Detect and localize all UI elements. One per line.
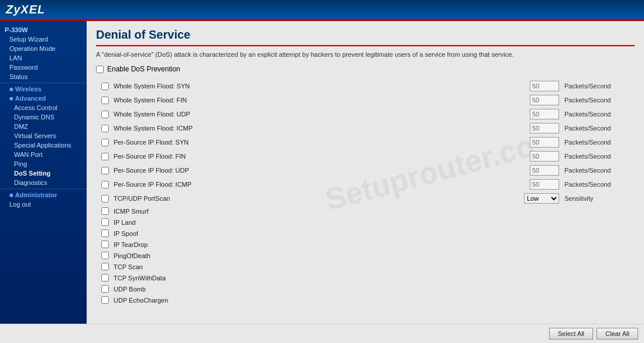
expand-icon-wireless: ■ <box>9 85 13 92</box>
flood-row-1: Whole System Flood: FIN Packets/Second <box>96 93 635 107</box>
flood-row-7: Per-Source IP Flood: ICMP Packets/Second <box>96 177 635 191</box>
flood-checkbox-0[interactable] <box>101 83 109 90</box>
label-icmp-smurf: ICMP Smurf <box>114 208 635 215</box>
check-row-ip-spoof: IP Spoof <box>96 228 635 239</box>
flood-label-0: Whole System Flood: SYN <box>114 83 530 90</box>
label-ip-land: IP Land <box>114 219 635 226</box>
flood-checkbox-3[interactable] <box>101 125 109 132</box>
sidebar-item-dos-setting[interactable]: DoS Setting <box>0 169 87 178</box>
checkbox-tcp-scan[interactable] <box>101 263 109 270</box>
checkbox-ip-teardrop[interactable] <box>101 241 109 248</box>
flood-input-5[interactable] <box>530 151 559 162</box>
flood-checkbox-1[interactable] <box>101 97 109 104</box>
flood-input-3[interactable] <box>530 123 559 133</box>
flood-checkbox-6[interactable] <box>101 167 109 174</box>
sidebar-item-access-control[interactable]: Access Control <box>0 103 87 112</box>
flood-unit-5: Packets/Second <box>564 153 635 160</box>
flood-unit-3: Packets/Second <box>564 125 635 132</box>
checkbox-icmp-smurf[interactable] <box>101 207 109 215</box>
sidebar-item-wan-port[interactable]: WAN Port <box>0 150 87 159</box>
label-tcp-synwithdata: TCP SynWithData <box>114 275 635 282</box>
flood-checkbox-4[interactable] <box>101 139 109 146</box>
flood-label-4: Per-Source IP Flood: SYN <box>114 139 530 146</box>
flood-checkbox-2[interactable] <box>101 111 109 118</box>
flood-input-2[interactable] <box>530 109 559 119</box>
flood-row-5: Per-Source IP Flood: FIN Packets/Second <box>96 149 635 163</box>
enable-dos-row: Enable DoS Prevention <box>96 65 635 73</box>
label-udp-bomb: UDP Bomb <box>114 286 635 293</box>
flood-label-2: Whole System Flood: UDP <box>114 111 530 118</box>
sidebar-item-diagnostics[interactable]: Diagnostics <box>0 178 87 187</box>
flood-input-4[interactable] <box>530 137 559 148</box>
flood-input-7[interactable] <box>530 179 559 190</box>
sidebar-item-status[interactable]: Status <box>0 72 87 81</box>
select-all-button[interactable]: Select All <box>549 328 593 339</box>
label-pingofdeath: PingOfDeath <box>114 252 635 259</box>
checkbox-pingofdeath[interactable] <box>101 252 109 259</box>
page-description: A "denial-of-service" (DoS) attack is ch… <box>96 51 635 58</box>
sidebar-item-virtual-servers[interactable]: Virtual Servers <box>0 131 87 140</box>
flood-label-3: Whole System Flood: ICMP <box>114 125 530 132</box>
page-title: Denial of Service <box>96 28 635 46</box>
sidebar-item-advanced[interactable]: ■Advanced <box>0 94 87 103</box>
sidebar-divider-1 <box>0 83 87 83</box>
settings-table: Whole System Flood: SYN Packets/Second W… <box>96 79 635 306</box>
sidebar-item-wireless[interactable]: ■Wireless <box>0 84 87 94</box>
flood-unit-2: Packets/Second <box>564 111 635 118</box>
sidebar-divider-2 <box>0 188 87 189</box>
checkbox-tcp-synwithdata[interactable] <box>101 274 109 282</box>
top-header: ZyXEL <box>0 0 644 21</box>
portscan-select[interactable]: Low Medium High <box>524 193 559 204</box>
expand-icon-admin: ■ <box>9 191 13 198</box>
enable-dos-checkbox[interactable] <box>96 66 104 73</box>
sidebar-item-lan[interactable]: LAN <box>0 53 87 63</box>
portscan-unit: Sensitivity <box>564 195 635 202</box>
checkbox-udp-echodargen[interactable] <box>101 296 109 304</box>
label-udp-echodargen: UDP EchoChargen <box>114 297 635 304</box>
flood-unit-0: Packets/Second <box>564 83 635 90</box>
check-row-pingofdeath: PingOfDeath <box>96 250 635 261</box>
flood-input-6[interactable] <box>530 165 559 176</box>
checkbox-ip-land[interactable] <box>101 218 109 226</box>
flood-label-5: Per-Source IP Flood: FIN <box>114 153 530 160</box>
sidebar-model: P-330W <box>0 25 87 35</box>
flood-input-1[interactable] <box>530 95 559 105</box>
check-row-tcp-scan: TCP Scan <box>96 261 635 272</box>
flood-unit-6: Packets/Second <box>564 167 635 174</box>
flood-unit-4: Packets/Second <box>564 139 635 146</box>
flood-label-7: Per-Source IP Flood: ICMP <box>114 181 530 188</box>
main-layout: P-330W Setup Wizard Operation Mode LAN P… <box>0 21 644 324</box>
flood-label-6: Per-Source IP Flood: UDP <box>114 167 530 174</box>
portscan-checkbox[interactable] <box>101 195 109 203</box>
sidebar-item-password[interactable]: Password <box>0 63 87 72</box>
flood-unit-1: Packets/Second <box>564 97 635 104</box>
content-inner: Denial of Service A "denial-of-service" … <box>96 28 635 306</box>
check-row-icmp-smurf: ICMP Smurf <box>96 205 635 217</box>
sidebar-item-setup-wizard[interactable]: Setup Wizard <box>0 35 87 44</box>
label-ip-teardrop: IP TearDrop <box>114 241 635 248</box>
enable-dos-label: Enable DoS Prevention <box>107 65 180 73</box>
flood-row-2: Whole System Flood: UDP Packets/Second <box>96 107 635 121</box>
sidebar-item-logout[interactable]: Log out <box>0 200 87 209</box>
flood-row-4: Per-Source IP Flood: SYN Packets/Second <box>96 135 635 149</box>
flood-checkbox-5[interactable] <box>101 153 109 160</box>
clear-all-button[interactable]: Clear All <box>597 328 638 339</box>
flood-input-0[interactable] <box>530 81 559 91</box>
flood-row-0: Whole System Flood: SYN Packets/Second <box>96 79 635 93</box>
flood-checkbox-7[interactable] <box>101 181 109 188</box>
flood-label-1: Whole System Flood: FIN <box>114 97 530 104</box>
flood-unit-7: Packets/Second <box>564 181 635 188</box>
check-row-udp-bomb: UDP Bomb <box>96 283 635 294</box>
sidebar-item-dmz[interactable]: DMZ <box>0 122 87 131</box>
logo: ZyXEL <box>6 3 45 16</box>
portscan-row: TCP/UDP PortScan Low Medium High Sensiti… <box>96 191 635 205</box>
sidebar-item-administrator[interactable]: ■Administrator <box>0 190 87 200</box>
sidebar-item-ping[interactable]: Ping <box>0 159 87 169</box>
label-ip-spoof: IP Spoof <box>114 230 635 237</box>
label-tcp-scan: TCP Scan <box>114 263 635 270</box>
sidebar-item-special-applications[interactable]: Special Applications <box>0 140 87 150</box>
sidebar-item-operation-mode[interactable]: Operation Mode <box>0 44 87 53</box>
sidebar-item-dynamic-dns[interactable]: Dynamic DNS <box>0 112 87 122</box>
checkbox-udp-bomb[interactable] <box>101 285 109 293</box>
checkbox-ip-spoof[interactable] <box>101 229 109 237</box>
